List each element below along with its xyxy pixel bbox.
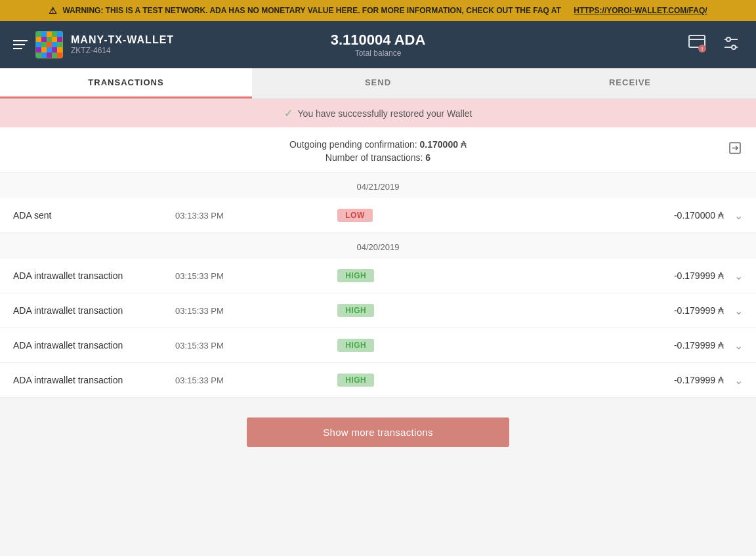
svg-text:!: ! [702, 46, 704, 53]
svg-rect-20 [36, 53, 41, 58]
tx-badge: LOW [337, 209, 373, 222]
tx-badge: HIGH [337, 374, 374, 387]
chevron-down-icon: ⌄ [734, 305, 743, 317]
pending-summary: Outgoing pending confirmation: 0.170000 … [13, 139, 743, 150]
success-message: You have successfully restored your Wall… [298, 108, 472, 119]
tx-count-summary: Number of transactions: 6 [13, 152, 743, 163]
svg-rect-19 [57, 47, 62, 53]
wallet-name: MANY-TX-WALLET [71, 34, 174, 46]
tx-amount-value: -0.179999 [674, 305, 715, 316]
svg-point-32 [732, 45, 736, 49]
hamburger-menu-icon[interactable] [13, 40, 28, 49]
settings-icon[interactable] [719, 32, 743, 58]
tx-badge-area: HIGH [337, 269, 499, 282]
chevron-down-icon: ⌄ [734, 374, 743, 387]
tx-type: ADA sent [13, 210, 175, 221]
tx-ada-symbol: ₳ [718, 270, 724, 281]
tx-badge-area: HIGH [337, 304, 499, 317]
export-icon[interactable] [727, 140, 743, 160]
tx-amount-value: -0.170000 [674, 210, 715, 221]
svg-rect-22 [47, 53, 52, 58]
show-more-container: Show more transactions [0, 398, 756, 467]
tx-ada-symbol: ₳ [718, 375, 724, 385]
svg-rect-13 [52, 42, 57, 47]
tx-type: ADA intrawallet transaction [13, 340, 175, 351]
pending-ada-symbol: ₳ [461, 139, 467, 150]
tx-badge-area: LOW [337, 209, 499, 222]
tx-badge: HIGH [337, 339, 374, 352]
tx-count: 6 [425, 152, 430, 163]
svg-rect-16 [41, 47, 47, 53]
svg-rect-11 [41, 42, 47, 47]
svg-rect-14 [57, 42, 62, 47]
table-row[interactable]: ADA intrawallet transaction 03:15:33 PM … [0, 328, 756, 363]
tab-send[interactable]: SEND [252, 68, 504, 98]
svg-rect-15 [36, 47, 41, 53]
tx-amount: -0.179999 ₳ ⌄ [499, 374, 743, 387]
svg-rect-10 [36, 42, 41, 47]
tx-time: 03:15:33 PM [175, 271, 337, 281]
svg-rect-5 [36, 37, 41, 42]
wallet-avatar [35, 31, 63, 58]
table-row[interactable]: ADA intrawallet transaction 03:15:33 PM … [0, 259, 756, 293]
tx-badge-area: HIGH [337, 339, 499, 352]
wallet-id: ZKTZ-4614 [71, 46, 174, 55]
tx-amount-value: -0.179999 [674, 375, 715, 385]
table-row[interactable]: ADA intrawallet transaction 03:15:33 PM … [0, 363, 756, 398]
svg-rect-2 [47, 32, 52, 37]
tabs-bar: TRANSACTIONS SEND RECEIVE [0, 68, 756, 99]
warning-banner: ⚠ WARNING: THIS IS A TEST NETWORK. ADA H… [0, 0, 756, 21]
svg-rect-9 [57, 37, 62, 42]
svg-rect-4 [57, 32, 62, 37]
header: MANY-TX-WALLET ZKTZ-4614 3.110004 ADA To… [0, 21, 756, 68]
tx-amount: -0.179999 ₳ ⌄ [499, 270, 743, 282]
balance-label: Total balance [355, 49, 402, 58]
svg-rect-18 [52, 47, 57, 53]
pending-amount: 0.170000 [420, 139, 458, 150]
svg-rect-23 [52, 53, 57, 58]
svg-rect-1 [41, 32, 47, 37]
summary-row: Outgoing pending confirmation: 0.170000 … [0, 127, 756, 173]
tx-type: ADA intrawallet transaction [13, 375, 175, 385]
tab-transactions[interactable]: TRANSACTIONS [0, 68, 252, 98]
svg-rect-8 [52, 37, 57, 42]
notifications-icon[interactable]: ! [685, 32, 709, 58]
svg-rect-21 [41, 53, 47, 58]
tx-badge-area: HIGH [337, 374, 499, 387]
show-more-transactions-button[interactable]: Show more transactions [247, 417, 509, 447]
tx-type: ADA intrawallet transaction [13, 270, 175, 281]
svg-rect-3 [52, 32, 57, 37]
wallet-info: MANY-TX-WALLET ZKTZ-4614 [71, 34, 174, 55]
chevron-down-icon: ⌄ [734, 209, 743, 222]
balance-amount: 3.110004 ADA [331, 32, 426, 49]
main-content: Outgoing pending confirmation: 0.170000 … [0, 127, 756, 398]
tx-count-label: Number of transactions: [326, 152, 423, 163]
tx-ada-symbol: ₳ [718, 340, 724, 351]
tx-time: 03:15:33 PM [175, 375, 337, 385]
tx-amount: -0.170000 ₳ ⌄ [499, 209, 743, 222]
svg-rect-17 [47, 47, 52, 53]
date-separator-2: 04/20/2019 [0, 233, 756, 259]
table-row[interactable]: ADA intrawallet transaction 03:15:33 PM … [0, 293, 756, 328]
svg-rect-0 [36, 32, 41, 37]
tx-badge: HIGH [337, 304, 374, 317]
tx-ada-symbol: ₳ [718, 210, 724, 221]
tab-receive[interactable]: RECEIVE [504, 68, 756, 98]
success-banner: ✓ You have successfully restored your Wa… [0, 99, 756, 127]
tx-badge: HIGH [337, 269, 374, 282]
tx-amount: -0.179999 ₳ ⌄ [499, 305, 743, 317]
warning-link[interactable]: HTTPS://YOROI-WALLET.COM/FAQ/ [574, 6, 707, 15]
header-right: ! [499, 32, 743, 58]
tx-time: 03:13:33 PM [175, 211, 337, 221]
svg-point-30 [726, 37, 730, 41]
date-separator-1: 04/21/2019 [0, 173, 756, 198]
svg-rect-12 [47, 42, 52, 47]
svg-rect-6 [41, 37, 47, 42]
tx-time: 03:15:33 PM [175, 306, 337, 316]
header-center: 3.110004 ADA Total balance [257, 32, 500, 58]
tx-amount-value: -0.179999 [674, 270, 715, 281]
tx-type: ADA intrawallet transaction [13, 305, 175, 316]
table-row[interactable]: ADA sent 03:13:33 PM LOW -0.170000 ₳ ⌄ [0, 198, 756, 233]
svg-rect-24 [57, 53, 62, 58]
chevron-down-icon: ⌄ [734, 270, 743, 282]
